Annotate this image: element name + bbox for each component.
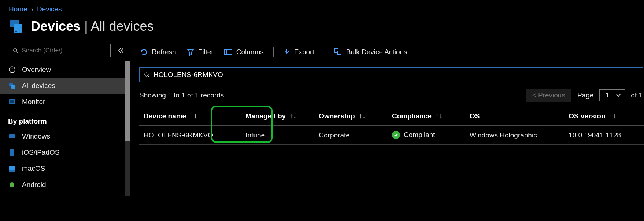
scrollbar-thumb[interactable] (125, 61, 130, 141)
filter-button[interactable]: Filter (186, 47, 214, 58)
svg-rect-13 (11, 139, 13, 139)
toolbar-separator (324, 47, 324, 57)
android-icon (8, 181, 16, 189)
columns-label: Columns (236, 48, 264, 56)
sidebar-item-label: Windows (22, 132, 50, 140)
bulk-label: Bulk Device Actions (346, 48, 407, 56)
sidebar-search[interactable] (9, 44, 111, 57)
previous-page-button[interactable]: < Previous (526, 89, 571, 102)
col-ownership-label: Ownership (319, 112, 355, 120)
svg-point-20 (12, 182, 13, 183)
cell-device-name: HOLOLENS-6RMKVO (139, 126, 241, 145)
compliance-text: Compliant (404, 131, 435, 139)
chevron-down-icon (616, 93, 621, 97)
svg-rect-12 (9, 134, 15, 138)
sidebar-item-macos[interactable]: macOS (0, 161, 128, 177)
export-label: Export (294, 48, 314, 56)
sidebar-item-label: All devices (22, 82, 55, 90)
sidebar-item-ios[interactable]: iOS/iPadOS (0, 144, 128, 161)
table-header-row: Device name ↑↓ Managed by ↑↓ Ownership ↑… (139, 108, 644, 126)
sort-icon: ↑↓ (190, 112, 197, 120)
bulk-icon (334, 48, 343, 56)
records-count: Showing 1 to 1 of 1 records (139, 91, 224, 99)
search-icon (144, 72, 150, 78)
svg-rect-16 (9, 166, 15, 170)
breadcrumb-home[interactable]: Home (9, 5, 27, 13)
cell-ownership: Corporate (314, 126, 388, 145)
cell-os: Windows Holographic (465, 126, 564, 145)
svg-point-3 (14, 49, 17, 52)
col-compliance[interactable]: Compliance ↑↓ (388, 108, 465, 126)
search-icon (13, 48, 18, 54)
sidebar-item-windows[interactable]: Windows (0, 128, 128, 144)
cell-os-version: 10.0.19041.1128 (564, 126, 644, 145)
svg-line-4 (16, 52, 18, 53)
ios-icon (8, 148, 16, 156)
toolbar-separator (273, 47, 274, 57)
sidebar-item-overview[interactable]: Overview (0, 62, 128, 78)
sidebar-item-label: iOS/iPadOS (22, 148, 59, 156)
pager: < Previous Page 1 of 1 (526, 89, 643, 102)
device-filter-input[interactable] (139, 67, 643, 82)
page-title-thin: All devices (91, 19, 154, 34)
sidebar-item-monitor[interactable]: Monitor (0, 94, 128, 110)
refresh-label: Refresh (152, 48, 176, 56)
cell-managed-by: Intune (241, 126, 314, 145)
page-value: 1 (606, 91, 610, 99)
col-os-version-label: OS version (569, 112, 605, 120)
chevron-double-left-icon (118, 47, 124, 54)
sort-icon: ↑↓ (290, 112, 297, 120)
bulk-actions-button[interactable]: Bulk Device Actions (333, 47, 408, 58)
sidebar-item-label: macOS (22, 165, 45, 173)
page-select[interactable]: 1 (599, 89, 625, 101)
svg-rect-18 (10, 183, 14, 187)
sort-icon: ↑↓ (610, 112, 617, 120)
refresh-icon (140, 48, 148, 56)
sidebar-item-label: Android (22, 181, 46, 189)
breadcrumb: Home › Devices (0, 0, 644, 17)
cell-compliance: Compliant (388, 126, 465, 145)
breadcrumb-devices[interactable]: Devices (37, 5, 62, 13)
col-device-name[interactable]: Device name ↑↓ (139, 108, 241, 126)
col-os[interactable]: OS (465, 108, 564, 126)
columns-icon (224, 48, 233, 56)
svg-point-19 (11, 182, 12, 183)
devices-table: Device name ↑↓ Managed by ↑↓ Ownership ↑… (139, 108, 644, 145)
sidebar-item-all-devices[interactable]: All devices (0, 78, 128, 94)
check-circle-icon (392, 131, 400, 139)
sidebar-item-label: Overview (22, 66, 51, 74)
sidebar: Overview All devices Monitor By platform (0, 42, 128, 219)
columns-button[interactable]: Columns (223, 47, 264, 58)
sidebar-section-by-platform: By platform (0, 110, 128, 128)
info-icon (8, 66, 16, 74)
page-title: Devices | All devices (31, 19, 154, 34)
refresh-button[interactable]: Refresh (139, 47, 177, 58)
export-button[interactable]: Export (282, 47, 315, 58)
page-of-text: of 1 (631, 91, 643, 99)
col-ownership[interactable]: Ownership ↑↓ (314, 108, 388, 126)
svg-point-15 (12, 155, 12, 155)
col-os-version[interactable]: OS version ↑↓ (564, 108, 644, 126)
sidebar-scrollbar[interactable] (125, 61, 130, 196)
collapse-sidebar-button[interactable] (116, 45, 126, 56)
svg-marker-21 (188, 49, 193, 55)
table-row[interactable]: HOLOLENS-6RMKVO Intune Corporate Compli (139, 126, 644, 145)
col-os-label: OS (470, 112, 480, 120)
devices-icon (8, 18, 24, 34)
svg-point-7 (12, 68, 12, 69)
col-compliance-label: Compliance (392, 112, 432, 120)
page-label: Page (577, 91, 593, 99)
sidebar-item-android[interactable]: Android (0, 177, 128, 193)
device-filter-field[interactable] (153, 71, 639, 79)
sidebar-search-input[interactable] (22, 47, 107, 54)
svg-rect-2 (15, 31, 17, 32)
col-managed-by-label: Managed by (245, 112, 286, 120)
svg-rect-9 (11, 85, 15, 89)
col-managed-by[interactable]: Managed by ↑↓ (241, 108, 314, 126)
filter-label: Filter (198, 48, 214, 56)
monitor-icon (8, 98, 16, 106)
filter-icon (186, 48, 195, 56)
svg-point-31 (145, 73, 148, 76)
sort-icon: ↑↓ (436, 112, 443, 120)
col-device-name-label: Device name (144, 112, 186, 120)
